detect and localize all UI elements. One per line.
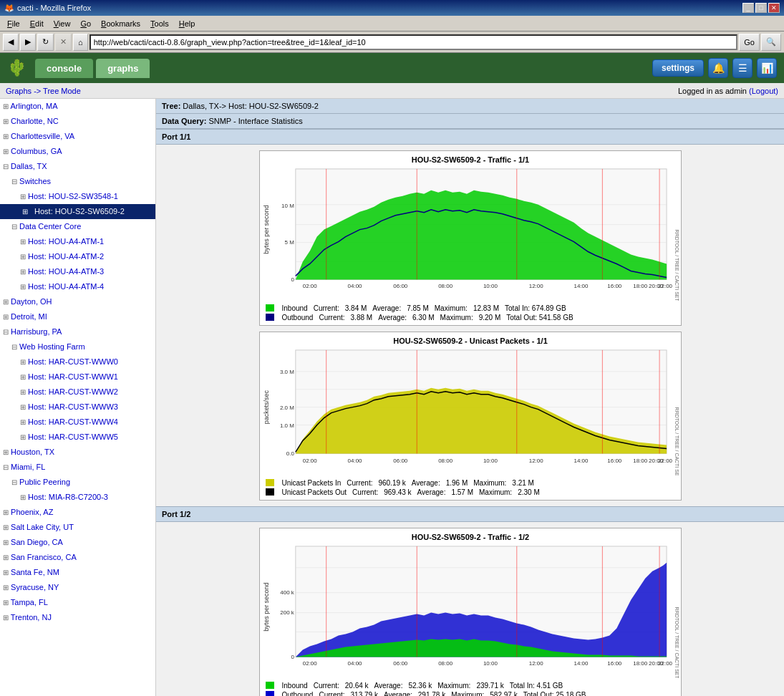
- maximize-button[interactable]: □: [755, 3, 767, 13]
- sidebar-item-datacenter[interactable]: ⊟ Data Center Core: [0, 219, 155, 234]
- sidebar-item-dallas[interactable]: ⊟ Dallas, TX: [0, 159, 155, 174]
- sidebar-item-houston[interactable]: ⊞ Houston, TX: [0, 445, 155, 460]
- tab-graphs[interactable]: graphs: [96, 59, 150, 78]
- sidebar-item-sw3548[interactable]: ⊞ Host: HOU-S2-SW3548-1: [0, 189, 155, 204]
- sidebar-item-www2[interactable]: ⊞ Host: HAR-CUST-WWW2: [0, 385, 155, 400]
- sidebar-item-detroit[interactable]: ⊞ Detroit, MI: [0, 309, 155, 324]
- whf-link[interactable]: Web Hosting Farm: [19, 342, 85, 351]
- atm3-link[interactable]: Host: HOU-A4-ATM-3: [28, 267, 104, 276]
- tab-console[interactable]: console: [35, 59, 93, 78]
- www4-link[interactable]: Host: HAR-CUST-WWW4: [28, 417, 118, 426]
- sidebar-item-tampa[interactable]: ⊞ Tampa, FL: [0, 595, 155, 610]
- sidebar-item-harrisburg[interactable]: ⊟ Harrisburg, PA: [0, 324, 155, 339]
- sidebar-item-publicpeering[interactable]: ⊟ Public Peering: [0, 475, 155, 490]
- tampa-link[interactable]: Tampa, FL: [11, 598, 48, 606]
- title-bar-left: 🦊 cacti - Mozilla Firefox: [4, 4, 91, 13]
- phoenix-link[interactable]: Phoenix, AZ: [11, 508, 53, 516]
- go-button[interactable]: Go: [739, 34, 760, 51]
- svg-text:0: 0: [291, 654, 294, 660]
- search-button[interactable]: 🔍: [761, 34, 781, 51]
- dallas-link[interactable]: Dallas, TX: [11, 162, 47, 170]
- title-bar-controls[interactable]: _ □ ✕: [742, 3, 780, 13]
- nav-bar: ◀ ▶ ↻ ✕ ⌂ http://web/cacti/cacti-0.8.6/g…: [0, 32, 784, 53]
- sidebar-item-saltlake[interactable]: ⊞ Salt Lake City, UT: [0, 520, 155, 535]
- menu-help[interactable]: Help: [175, 18, 200, 29]
- www1-link[interactable]: Host: HAR-CUST-WWW1: [28, 372, 118, 381]
- www2-link[interactable]: Host: HAR-CUST-WWW2: [28, 387, 118, 396]
- detroit-link[interactable]: Detroit, MI: [11, 312, 47, 321]
- sidebar-item-syracuse[interactable]: ⊞ Syracuse, NY: [0, 580, 155, 595]
- sidebar-item-webhostingfarm[interactable]: ⊟ Web Hosting Farm: [0, 339, 155, 354]
- sidebar-item-sandiego[interactable]: ⊞ San Diego, CA: [0, 535, 155, 550]
- www3-link[interactable]: Host: HAR-CUST-WWW3: [28, 402, 118, 411]
- miami-link[interactable]: Miami, FL: [11, 463, 45, 471]
- houston-link[interactable]: Houston, TX: [11, 448, 54, 456]
- sidebar-item-miami[interactable]: ⊟ Miami, FL: [0, 460, 155, 475]
- atm4-link[interactable]: Host: HOU-A4-ATM-4: [28, 282, 104, 291]
- reload-button[interactable]: ↻: [37, 34, 54, 51]
- back-button[interactable]: ◀: [3, 34, 19, 51]
- sidebar-item-columbus[interactable]: ⊞ Columbus, GA: [0, 144, 155, 159]
- sidebar-item-dayton[interactable]: ⊞ Dayton, OH: [0, 294, 155, 309]
- sidebar-item-www3[interactable]: ⊞ Host: HAR-CUST-WWW3: [0, 400, 155, 415]
- address-text[interactable]: http://web/cacti/cacti-0.8.6/graph_view.…: [94, 38, 366, 47]
- sidebar-item-sw6509[interactable]: ⊞ Host: HOU-S2-SW6509-2: [0, 204, 155, 219]
- santafe-link[interactable]: Santa Fe, NM: [11, 568, 59, 576]
- logout-link[interactable]: (Logout): [749, 87, 778, 95]
- dayton-link[interactable]: Dayton, OH: [11, 297, 52, 306]
- sidebar-item-charlotte[interactable]: ⊞ Charlotte, NC: [0, 114, 155, 129]
- sidebar-item-atm3[interactable]: ⊞ Host: HOU-A4-ATM-3: [0, 264, 155, 279]
- menu-file[interactable]: File: [3, 18, 24, 29]
- stop-button[interactable]: ✕: [55, 34, 72, 51]
- forward-button[interactable]: ▶: [20, 34, 36, 51]
- columbus-link[interactable]: Columbus, GA: [11, 147, 62, 155]
- datacenter-link[interactable]: Data Center Core: [19, 222, 81, 231]
- menu-tools[interactable]: Tools: [146, 18, 173, 29]
- sidebar-item-charlottesville[interactable]: ⊞ Charlottesville, VA: [0, 129, 155, 144]
- sidebar-item-sanfrancisco[interactable]: ⊞ San Francisco, CA: [0, 550, 155, 565]
- alert-button[interactable]: 🔔: [708, 58, 728, 78]
- sidebar-item-atm1[interactable]: ⊞ Host: HOU-A4-ATM-1: [0, 234, 155, 249]
- sidebar-item-atm4[interactable]: ⊞ Host: HOU-A4-ATM-4: [0, 279, 155, 294]
- sidebar-item-c7200[interactable]: ⊞ Host: MIA-R8-C7200-3: [0, 490, 155, 505]
- charlottesville-link[interactable]: Charlottesville, VA: [11, 132, 74, 140]
- syracuse-link[interactable]: Syracuse, NY: [11, 583, 59, 591]
- sw6509-link[interactable]: Host: HOU-S2-SW6509-2: [32, 206, 127, 216]
- c7200-link[interactable]: Host: MIA-R8-C7200-3: [28, 493, 108, 501]
- menu-edit[interactable]: Edit: [26, 18, 48, 29]
- sidebar-item-www4[interactable]: ⊞ Host: HAR-CUST-WWW4: [0, 415, 155, 430]
- chart-button[interactable]: 📊: [757, 58, 777, 78]
- www0-link[interactable]: Host: HAR-CUST-WWW0: [28, 357, 118, 366]
- settings-button[interactable]: settings: [652, 59, 704, 77]
- harrisburg-link[interactable]: Harrisburg, PA: [11, 327, 62, 336]
- sandiego-link[interactable]: San Diego, CA: [11, 538, 63, 546]
- arlington-link[interactable]: Arlington, MA: [10, 102, 57, 110]
- sanfrancisco-link[interactable]: San Francisco, CA: [11, 553, 77, 561]
- sidebar-item-www0[interactable]: ⊞ Host: HAR-CUST-WWW0: [0, 354, 155, 369]
- svg-text:HOU-S2-SW6509-2 - Traffic - 1/: HOU-S2-SW6509-2 - Traffic - 1/1: [411, 155, 528, 164]
- sidebar-item-www5[interactable]: ⊞ Host: HAR-CUST-WWW5: [0, 430, 155, 445]
- minimize-button[interactable]: _: [742, 3, 754, 13]
- sidebar-item-trenton[interactable]: ⊞ Trenton, NJ: [0, 610, 155, 625]
- close-button[interactable]: ✕: [768, 3, 780, 13]
- sidebar-item-santafe[interactable]: ⊞ Santa Fe, NM: [0, 565, 155, 580]
- sidebar-item-phoenix[interactable]: ⊞ Phoenix, AZ: [0, 505, 155, 520]
- atm1-link[interactable]: Host: HOU-A4-ATM-1: [28, 237, 104, 246]
- trenton-link[interactable]: Trenton, NJ: [11, 613, 52, 622]
- list-button[interactable]: ☰: [732, 58, 752, 78]
- switches-link[interactable]: Switches: [19, 177, 51, 185]
- sw3548-link[interactable]: Host: HOU-S2-SW3548-1: [28, 192, 118, 200]
- www5-link[interactable]: Host: HAR-CUST-WWW5: [28, 432, 118, 441]
- home-button[interactable]: ⌂: [73, 34, 88, 51]
- saltlake-link[interactable]: Salt Lake City, UT: [11, 523, 74, 531]
- charlotte-link[interactable]: Charlotte, NC: [11, 117, 59, 125]
- sidebar-item-atm2[interactable]: ⊞ Host: HOU-A4-ATM-2: [0, 249, 155, 264]
- menu-view[interactable]: View: [49, 18, 75, 29]
- menu-bookmarks[interactable]: Bookmarks: [97, 18, 145, 29]
- menu-go[interactable]: Go: [76, 18, 95, 29]
- sidebar-item-switches[interactable]: ⊟ Switches: [0, 174, 155, 189]
- atm2-link[interactable]: Host: HOU-A4-ATM-2: [28, 252, 104, 261]
- sidebar-item-www1[interactable]: ⊞ Host: HAR-CUST-WWW1: [0, 369, 155, 385]
- sidebar-item-arlington[interactable]: ⊞ Arlington, MA: [0, 99, 155, 114]
- pp-link[interactable]: Public Peering: [19, 478, 70, 486]
